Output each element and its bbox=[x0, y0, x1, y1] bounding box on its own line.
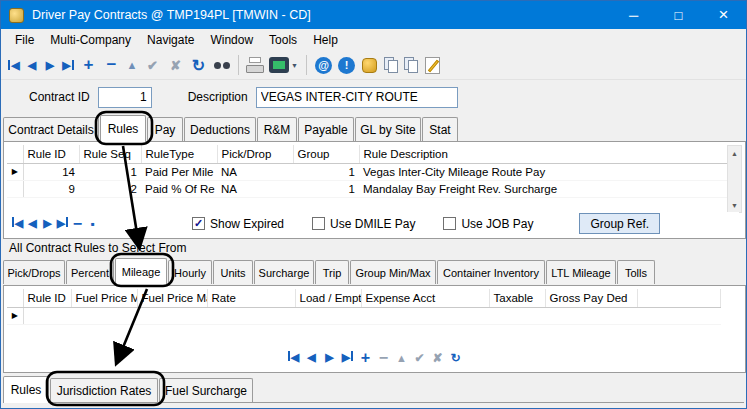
column-header-rule-id[interactable]: Rule ID bbox=[23, 145, 79, 163]
show-expired-checkbox[interactable]: ✓ Show Expired bbox=[192, 217, 284, 231]
menu-help[interactable]: Help bbox=[305, 33, 346, 47]
tab-trip[interactable]: Trip bbox=[315, 260, 349, 284]
copy-button[interactable] bbox=[382, 56, 400, 74]
mileage-grid-header-row: Rule ID Fuel Price Mi Fuel Price Max Rat… bbox=[7, 289, 721, 307]
delete-record-button[interactable]: − bbox=[376, 349, 391, 367]
edit-record-button[interactable]: ▲ bbox=[124, 55, 140, 76]
minimize-button[interactable]: ─ bbox=[611, 1, 656, 29]
column-header-rule-description[interactable]: Rule Description bbox=[359, 145, 729, 163]
tab-pay[interactable]: Pay bbox=[147, 117, 183, 141]
tab-percent[interactable]: Percent bbox=[66, 260, 114, 284]
tab-deductions[interactable]: Deductions bbox=[184, 117, 256, 141]
print-button[interactable] bbox=[245, 55, 266, 76]
prior-record-button[interactable]: ◀ bbox=[25, 217, 40, 230]
tab-payable[interactable]: Payable bbox=[298, 117, 354, 141]
tab-contract-details[interactable]: Contract Details bbox=[3, 117, 99, 141]
table-row[interactable]: ▶ 14 1 Paid Per Mile NA 1 Vegas Inter-Ci… bbox=[7, 163, 729, 180]
scroll-up-button[interactable]: ▲ bbox=[728, 146, 741, 160]
column-header-rule-id[interactable]: Rule ID bbox=[23, 289, 71, 307]
titlebar[interactable]: Driver Pay Contracts @ TMP194PL [TMWIN -… bbox=[1, 1, 746, 29]
close-button[interactable]: × bbox=[701, 1, 746, 29]
tab-pick-drops[interactable]: Pick/Drops bbox=[3, 260, 65, 284]
use-dmile-pay-checkbox[interactable]: Use DMILE Pay bbox=[312, 217, 415, 231]
paste-button[interactable] bbox=[402, 56, 420, 74]
tab-hourly[interactable]: Hourly bbox=[168, 260, 212, 284]
last-record-button[interactable]: ▶ bbox=[340, 351, 355, 364]
screen-button[interactable] bbox=[268, 55, 289, 76]
tab-rm[interactable]: R&M bbox=[257, 117, 297, 141]
column-header-expense-acct[interactable]: Expense Acct bbox=[361, 289, 489, 307]
info-button[interactable]: ! bbox=[336, 55, 357, 76]
main-tabstrip: Contract Details Rules Pay Deductions R&… bbox=[3, 114, 459, 142]
first-record-button[interactable]: ◀ bbox=[10, 217, 25, 230]
contract-header-row: Contract ID Description bbox=[1, 80, 746, 114]
table-row[interactable]: 9 2 Paid % Of Re NA 1 Mandalay Bay Freig… bbox=[7, 180, 729, 197]
tab-rules[interactable]: Rules bbox=[100, 115, 146, 142]
delete-record-button[interactable]: − bbox=[101, 55, 122, 76]
cancel-edit-button[interactable]: ✘ bbox=[430, 351, 445, 365]
notes-button[interactable] bbox=[422, 55, 443, 76]
tab-gl-by-site[interactable]: GL by Site bbox=[355, 117, 421, 141]
scroll-down-button[interactable]: ▼ bbox=[728, 198, 741, 212]
cancel-edit-button[interactable]: ✘ bbox=[165, 55, 186, 76]
security-button[interactable] bbox=[359, 55, 380, 76]
tab-mileage[interactable]: Mileage bbox=[115, 258, 167, 285]
prior-record-button[interactable]: ◀ bbox=[304, 351, 319, 364]
tab-group-min-max[interactable]: Group Min/Max bbox=[350, 260, 436, 284]
refresh-button[interactable]: ↻ bbox=[188, 55, 209, 76]
use-job-pay-checkbox[interactable]: Use JOB Pay bbox=[443, 217, 533, 231]
column-header-fuel-price-max[interactable]: Fuel Price Max bbox=[137, 289, 207, 307]
tab-fuel-surcharge[interactable]: Fuel Surcharge bbox=[159, 378, 253, 402]
screen-dropdown-caret[interactable]: ▼ bbox=[291, 62, 300, 69]
delete-record-button[interactable]: − bbox=[70, 215, 85, 233]
post-edit-button[interactable]: ✔ bbox=[412, 351, 427, 365]
rules-grid-scrollbar[interactable]: ▲ ▼ bbox=[727, 145, 742, 213]
tab-ltl-mileage[interactable]: LTL Mileage bbox=[546, 260, 616, 284]
group-ref-button[interactable]: Group Ref. bbox=[579, 213, 660, 234]
search-binoculars-button[interactable] bbox=[211, 55, 232, 76]
column-header-gross-pay-ded[interactable]: Gross Pay Ded bbox=[545, 289, 637, 307]
next-record-button[interactable]: ▶ bbox=[42, 55, 58, 76]
next-record-button[interactable]: ▶ bbox=[322, 351, 337, 364]
select-from-heading: All Contract Rules to Select From bbox=[1, 239, 746, 257]
menu-tools[interactable]: Tools bbox=[261, 33, 305, 47]
tab-surcharge[interactable]: Surcharge bbox=[254, 260, 314, 284]
column-header-fuel-price-min[interactable]: Fuel Price Mi bbox=[71, 289, 137, 307]
insert-record-button[interactable]: + bbox=[358, 349, 373, 367]
contract-id-input[interactable] bbox=[98, 87, 152, 108]
insert-record-button[interactable]: + bbox=[78, 55, 99, 76]
tab-rules-sub[interactable]: Rules bbox=[3, 376, 49, 403]
first-record-button[interactable]: ◀ bbox=[286, 351, 301, 364]
description-input[interactable] bbox=[256, 87, 458, 108]
column-header-rate[interactable]: Rate bbox=[207, 289, 295, 307]
menu-multi-company[interactable]: Multi-Company bbox=[42, 33, 139, 47]
prior-record-button[interactable]: ◀ bbox=[24, 55, 40, 76]
menu-window[interactable]: Window bbox=[202, 33, 261, 47]
column-header-rule-seq[interactable]: Rule Seq bbox=[79, 145, 141, 163]
post-edit-button[interactable]: ✔ bbox=[142, 55, 163, 76]
menu-file[interactable]: File bbox=[7, 33, 42, 47]
refresh-button[interactable]: ↻ bbox=[448, 351, 463, 365]
tab-tolls[interactable]: Tolls bbox=[617, 260, 655, 284]
table-row[interactable]: ▶ bbox=[7, 307, 721, 324]
tab-jurisdiction-rates[interactable]: Jurisdiction Rates bbox=[50, 378, 158, 402]
column-header-pick-drop[interactable]: Pick/Drop bbox=[217, 145, 293, 163]
web-button[interactable]: @ bbox=[313, 55, 334, 76]
cell-group: 1 bbox=[293, 180, 359, 197]
first-record-button[interactable]: ◀ bbox=[6, 55, 22, 76]
column-header-load-empty[interactable]: Load / Empt bbox=[295, 289, 361, 307]
column-header-ruletype[interactable]: RuleType bbox=[141, 145, 217, 163]
tab-units[interactable]: Units bbox=[213, 260, 253, 284]
menu-navigate[interactable]: Navigate bbox=[139, 33, 202, 47]
toolbar-separator bbox=[238, 55, 239, 75]
edit-record-button[interactable]: ▪ bbox=[85, 217, 100, 231]
tab-stat[interactable]: Stat bbox=[422, 117, 458, 141]
edit-record-button[interactable]: ▲ bbox=[394, 352, 409, 364]
column-header-taxable[interactable]: Taxable bbox=[489, 289, 545, 307]
last-record-button[interactable]: ▶ bbox=[60, 55, 76, 76]
maximize-button[interactable]: □ bbox=[656, 1, 701, 29]
next-record-button[interactable]: ▶ bbox=[40, 217, 55, 230]
last-record-button[interactable]: ▶ bbox=[55, 217, 70, 230]
tab-container-inventory[interactable]: Container Inventory bbox=[437, 260, 545, 284]
column-header-group[interactable]: Group bbox=[293, 145, 359, 163]
